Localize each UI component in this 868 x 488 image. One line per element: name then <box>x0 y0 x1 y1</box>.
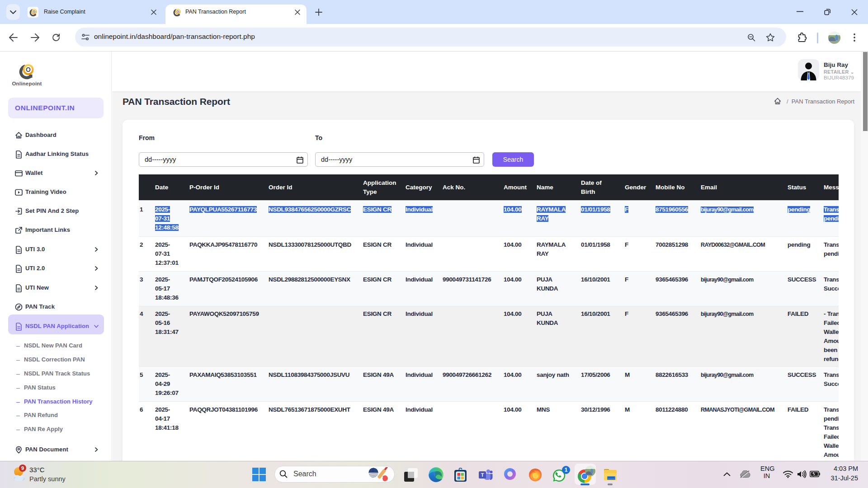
svg-text:T: T <box>481 472 484 478</box>
svg-text:O: O <box>177 10 179 13</box>
svg-text:O: O <box>33 10 36 13</box>
svg-text:O: O <box>26 66 31 73</box>
